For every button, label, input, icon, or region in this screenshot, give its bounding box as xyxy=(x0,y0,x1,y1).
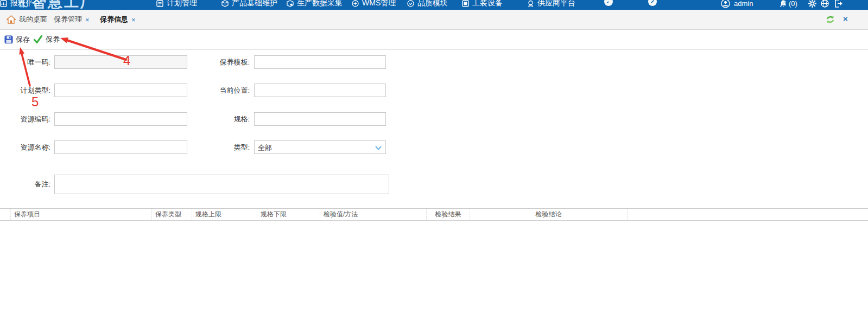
menu-item-label: 产品基础维护 xyxy=(232,0,277,8)
pen-icon[interactable] xyxy=(648,0,657,6)
notification-count: (0) xyxy=(789,0,797,8)
menu-item-label: 生产数据采集 xyxy=(297,0,343,8)
menu-item-supplier[interactable]: 供应商平台 xyxy=(527,0,575,10)
tab-label: 我的桌面 xyxy=(19,15,47,24)
username-label: admin xyxy=(734,0,753,8)
wms-boxes-icon xyxy=(352,0,359,7)
green-check-icon xyxy=(33,35,43,44)
column-header-filler xyxy=(628,209,868,220)
spec-label: 规格: xyxy=(191,112,250,126)
current-location-label: 当前位置: xyxy=(191,84,250,97)
menu-item-label: 计划管理 xyxy=(167,0,197,8)
menu-item-label: 报表平台 xyxy=(10,0,41,8)
user-avatar-icon xyxy=(721,0,730,8)
tab-close-icon[interactable]: × xyxy=(85,16,90,24)
plan-list-icon xyxy=(156,0,163,7)
column-header-value-method[interactable]: 检验值/方法 xyxy=(320,209,427,220)
save-button-label: 保存 xyxy=(16,35,30,44)
maintenance-form: 唯一码: 保养模板: 计划类型: 当前位置: 资源编码: 规格: 资源名称: 类… xyxy=(0,50,868,208)
tab-maintenance-info[interactable]: 保养信息 × xyxy=(100,10,136,29)
menu-item-quality[interactable]: 品质模块 xyxy=(407,0,448,10)
type-label: 类型: xyxy=(191,140,250,154)
plan-type-label: 计划类型: xyxy=(0,84,50,97)
template-field[interactable] xyxy=(254,55,386,69)
tab-my-desktop[interactable]: 我的桌面 xyxy=(7,10,47,29)
notification-area[interactable]: (0) xyxy=(780,0,797,9)
row-number-column-header[interactable] xyxy=(0,209,11,220)
remark-field[interactable] xyxy=(54,175,389,194)
quality-shield-icon xyxy=(407,0,414,7)
product-box-icon xyxy=(221,0,229,7)
column-header-lower-limit[interactable]: 规格下限 xyxy=(257,209,320,220)
column-header-upper-limit[interactable]: 规格上限 xyxy=(192,209,257,220)
plan-type-field[interactable] xyxy=(54,84,187,97)
settings-gear-icon[interactable] xyxy=(808,0,816,9)
column-header-result[interactable]: 检验结果 xyxy=(427,209,470,220)
menu-item-wms[interactable]: WMS管理 xyxy=(352,0,396,10)
menu-item-plan[interactable]: 计划管理 xyxy=(156,0,197,10)
resource-name-label: 资源名称: xyxy=(0,140,50,154)
tab-close-icon[interactable]: × xyxy=(131,16,136,24)
resource-code-field[interactable] xyxy=(54,112,187,126)
menu-item-label: WMS管理 xyxy=(362,0,396,8)
template-label: 保养模板: xyxy=(191,55,250,69)
menu-item-product-base[interactable]: 产品基础维护 xyxy=(221,0,277,10)
menu-item-label: 供应商平台 xyxy=(537,0,575,8)
close-all-tabs-icon[interactable]: × xyxy=(843,14,848,23)
unique-code-field[interactable] xyxy=(54,55,187,69)
resource-name-field[interactable] xyxy=(54,140,187,154)
tab-bar: 我的桌面 保养管理 × 保养信息 × × xyxy=(0,10,868,30)
spec-field[interactable] xyxy=(254,112,386,126)
chevron-down-icon xyxy=(375,146,382,150)
refresh-icon[interactable] xyxy=(825,15,835,27)
tab-maintenance-mgmt[interactable]: 保养管理 × xyxy=(54,10,90,29)
current-location-field[interactable] xyxy=(254,84,386,97)
logout-icon[interactable] xyxy=(834,0,842,9)
report-chart-icon xyxy=(0,0,7,7)
table-body-empty xyxy=(0,221,868,327)
bell-muted-icon xyxy=(780,0,787,8)
floppy-disk-icon xyxy=(4,35,13,44)
equipment-icon xyxy=(462,0,469,7)
table-header-row: 保养项目 保养类型 规格上限 规格下限 检验值/方法 检验结果 检验结论 xyxy=(0,208,868,221)
unique-code-label: 唯一码: xyxy=(0,55,50,69)
language-globe-icon[interactable] xyxy=(821,0,829,9)
maintain-button-label: 保养 xyxy=(46,35,60,44)
menu-item-report[interactable]: 报表平台 xyxy=(0,0,41,10)
menu-item-label: 工装设备 xyxy=(472,0,503,8)
remark-label: 备注: xyxy=(0,175,50,194)
column-header-conclusion[interactable]: 检验结论 xyxy=(470,209,628,220)
resource-code-label: 资源编码: xyxy=(0,112,50,126)
save-button[interactable]: 保存 xyxy=(4,34,30,45)
menu-item-production-data[interactable]: 生产数据采集 xyxy=(287,0,343,10)
column-header-type[interactable]: 保养类型 xyxy=(152,209,192,220)
home-icon xyxy=(7,15,16,24)
data-collect-icon xyxy=(287,0,294,7)
top-navbar: 智慧工厂 计划管理 产品基础维护 生产数据采集 WMS管理 品质模块 工装设备 … xyxy=(0,0,868,10)
tab-label: 保养管理 xyxy=(54,15,82,24)
app-window: 智慧工厂 计划管理 产品基础维护 生产数据采集 WMS管理 品质模块 工装设备 … xyxy=(0,0,868,327)
toolbar: 保存 保养 xyxy=(0,30,868,50)
maintain-button[interactable]: 保养 xyxy=(33,34,60,45)
menu-item-equipment[interactable]: 工装设备 xyxy=(462,0,503,10)
user-area[interactable]: admin xyxy=(721,0,753,9)
column-header-item[interactable]: 保养项目 xyxy=(11,209,152,220)
supplier-medal-icon xyxy=(527,0,534,7)
maintenance-items-table: 保养项目 保养类型 规格上限 规格下限 检验值/方法 检验结果 检验结论 xyxy=(0,208,868,327)
app-logo-title: 智慧工厂 xyxy=(31,0,97,10)
clock-icon[interactable] xyxy=(604,0,613,6)
type-select-value: 全部 xyxy=(258,143,272,153)
tab-label: 保养信息 xyxy=(100,15,128,24)
menu-item-label: 品质模块 xyxy=(417,0,448,8)
type-select[interactable]: 全部 xyxy=(254,140,386,154)
